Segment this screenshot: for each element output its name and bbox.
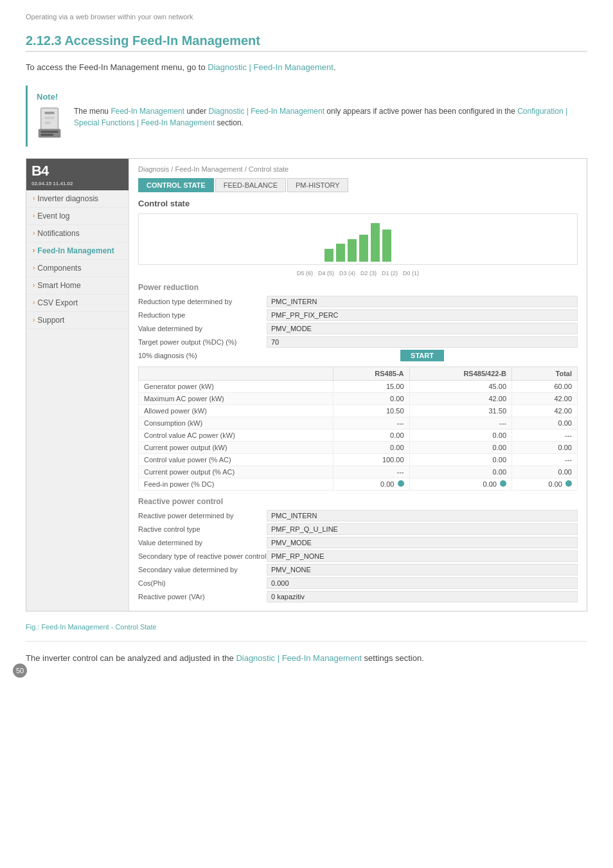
separator: [26, 641, 587, 642]
svg-rect-2: [44, 116, 54, 119]
table-row-feedin: Feed-in power (% DC) 0.00 0.00 0.00: [139, 478, 578, 490]
sidebar-item-label: Components: [37, 264, 81, 273]
table-row: Allowed power (kW) 10.50 31.50 42.00: [139, 404, 578, 417]
form-row-reactive-power: Reactive power (VAr) 0 kapazitiv: [138, 591, 578, 602]
tab-feed-balance[interactable]: FEED-BALANCE: [215, 178, 286, 192]
chevron-icon: ›: [33, 247, 35, 254]
svg-rect-0: [41, 107, 58, 130]
sidebar-item-label: Feed-In Management: [37, 246, 114, 255]
chevron-icon: ›: [33, 299, 35, 306]
ui-screenshot: B4 02.04.15 11.41.02 › Inverter diagnosi…: [26, 158, 587, 611]
table-row: Generator power (kW) 15.00 45.00 60.00: [139, 380, 578, 392]
tabs: CONTROL STATE FEED-BALANCE PM-HISTORY: [138, 178, 578, 192]
logo-sub: 02.04.15 11.41.02: [31, 181, 73, 186]
sidebar: B4 02.04.15 11.41.02 › Inverter diagnosi…: [26, 159, 129, 611]
note-icon: [37, 105, 65, 140]
figure-caption: Fig.: Feed-In Management - Control State: [26, 623, 587, 631]
svg-rect-1: [44, 111, 54, 114]
form-row-reduction-type2: Reduction type PMF_PR_FIX_PERC: [138, 309, 578, 321]
start-button[interactable]: START: [400, 350, 444, 361]
chevron-icon: ›: [33, 195, 35, 202]
breadcrumb: Operating via a web browser within your …: [26, 13, 587, 21]
bottom-text: The inverter control can be analyzed and…: [26, 652, 587, 665]
sidebar-item-support[interactable]: › Support: [26, 312, 129, 329]
chevron-icon: ›: [33, 264, 35, 271]
sidebar-logo: B4 02.04.15 11.41.02: [26, 159, 129, 190]
tab-control-state[interactable]: CONTROL STATE: [138, 178, 214, 192]
diagnostic-link[interactable]: Diagnostic | Feed-In Management: [208, 62, 333, 72]
col-header-rs485a: RS485-A: [333, 366, 409, 380]
col-header-rs485b: RS485/422-B: [409, 366, 512, 380]
table-row: Maximum AC power (kW) 0.00 42.00 42.00: [139, 392, 578, 404]
form-row-secondary-type: Secondary type of reactive power control…: [138, 550, 578, 562]
svg-rect-5: [41, 131, 58, 132]
note-label: Note!: [37, 92, 578, 102]
form-row-value-det2: Value determined by PMV_MODE: [138, 537, 578, 548]
form-row-cosphi: Cos(Phi) 0.000: [138, 577, 578, 589]
form-row-reduction-type: Reduction type determined by PMC_INTERN: [138, 296, 578, 307]
sidebar-item-label: Smart Home: [37, 281, 80, 290]
form-row-diagnosis: 10% diagnosis (%) START: [138, 350, 578, 361]
form-row-ractive-type: Ractive control type PMF_RP_Q_U_LINE: [138, 523, 578, 535]
status-dot-total: [565, 480, 572, 487]
sidebar-item-smart-home[interactable]: › Smart Home: [26, 277, 129, 294]
sidebar-item-label: Notifications: [37, 229, 79, 238]
table-row: Control value AC power (kW) 0.00 0.00 --…: [139, 429, 578, 441]
chart-bar-4: [359, 235, 368, 262]
chart-bar-5: [371, 223, 380, 262]
main-panel: Diagnosis / Feed-In Management / Control…: [129, 159, 587, 611]
chevron-icon: ›: [33, 230, 35, 237]
svg-rect-3: [44, 122, 51, 124]
panel-breadcrumb: Diagnosis / Feed-In Management / Control…: [138, 165, 578, 173]
form-row-reactive-det: Reactive power determined by PMC_INTERN: [138, 510, 578, 521]
bottom-link[interactable]: Diagnostic | Feed-In Management: [236, 653, 362, 663]
chevron-icon: ›: [33, 212, 35, 219]
sidebar-item-label: Support: [37, 316, 64, 325]
intro-text: To access the Feed-In Management menu, g…: [26, 61, 587, 74]
logo-text: B4: [31, 163, 73, 179]
sidebar-item-inverter-diagnosis[interactable]: › Inverter diagnosis: [26, 190, 129, 208]
reactive-power-section: Reactive power control Reactive power de…: [138, 497, 578, 602]
tab-pm-history[interactable]: PM-HISTORY: [287, 178, 348, 192]
reactive-power-header: Reactive power control: [138, 497, 578, 506]
table-row: Control value power (% AC) 100.00 0.00 -…: [139, 453, 578, 466]
chart-area: [138, 213, 578, 265]
sidebar-item-components[interactable]: › Components: [26, 260, 129, 277]
page-number: 50: [13, 664, 27, 678]
sidebar-item-feed-in-management[interactable]: › Feed-In Management: [26, 242, 129, 260]
col-header-total: Total: [512, 366, 578, 380]
form-row-secondary-value: Secondary value determined by PMV_NONE: [138, 564, 578, 575]
note-box: Note! The menu Feed-In Management under …: [26, 86, 587, 147]
table-row: Current power output (% AC) --- 0.00 0.0…: [139, 466, 578, 478]
section-title: 2.12.3 Accessing Feed-In Management: [26, 33, 587, 52]
sidebar-item-notifications[interactable]: › Notifications: [26, 225, 129, 242]
table-row: Consumption (kW) --- --- 0.00: [139, 417, 578, 429]
form-row-value-det: Value determined by PMV_MODE: [138, 323, 578, 334]
chart-bar-1: [324, 249, 333, 262]
chart-bar-6: [382, 230, 391, 262]
chevron-icon: ›: [33, 316, 35, 323]
note-text: The menu Feed-In Management under Diagno…: [74, 105, 578, 129]
table-row: Current power output (kW) 0.00 0.00 0.00: [139, 441, 578, 453]
control-state-title: Control state: [138, 199, 578, 208]
status-dot-a: [398, 480, 404, 487]
svg-rect-4: [39, 129, 61, 137]
sidebar-item-label: Inverter diagnosis: [37, 194, 98, 203]
sidebar-item-label: Event log: [37, 212, 69, 221]
power-reduction-header: Power reduction: [138, 283, 578, 292]
data-table: RS485-A RS485/422-B Total Generator powe…: [138, 366, 578, 491]
chart-bar-2: [336, 244, 345, 262]
sidebar-item-event-log[interactable]: › Event log: [26, 208, 129, 225]
svg-rect-6: [41, 134, 53, 136]
sidebar-item-label: CSV Export: [37, 298, 78, 307]
chevron-icon: ›: [33, 282, 35, 289]
chart-labels: D5 (6) D4 (5) D3 (4) D2 (3) D1 (2) D0 (1…: [138, 270, 578, 276]
col-header-label: [139, 366, 333, 380]
status-dot-b: [500, 480, 506, 487]
sidebar-item-csv-export[interactable]: › CSV Export: [26, 294, 129, 312]
chart-bar-3: [348, 239, 357, 262]
form-row-target: Target power output (%DC) (%) 70: [138, 336, 578, 348]
